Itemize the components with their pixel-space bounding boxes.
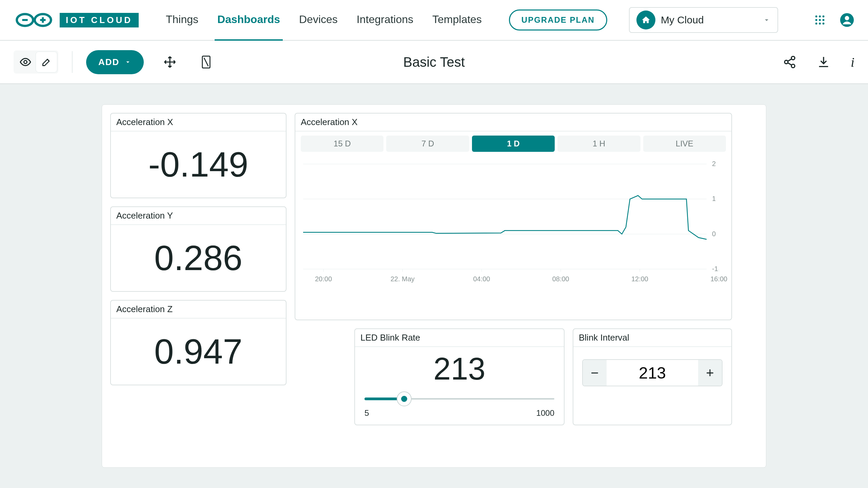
dashboard-toolbar: ADD Basic Test i [0,41,868,84]
space-selector[interactable]: My Cloud [629,7,778,33]
widget-led-blink-rate[interactable]: LED Blink Rate 213 5 1000 [354,328,565,425]
svg-text:1: 1 [712,195,716,202]
range-15d[interactable]: 15 D [301,136,383,152]
chevron-down-icon [124,58,132,66]
product-name: IOT CLOUD [60,13,139,27]
svg-text:08:00: 08:00 [552,275,569,283]
nav-things[interactable]: Things [163,0,201,41]
widget-header: LED Blink Rate [355,329,564,347]
range-7d[interactable]: 7 D [386,136,469,152]
svg-point-18 [791,56,795,60]
stepper-value: 213 [607,360,698,386]
stepper: − 213 + [582,359,723,386]
svg-point-19 [785,60,788,64]
svg-text:2: 2 [712,160,716,167]
svg-text:-1: -1 [712,265,718,272]
share-icon[interactable] [783,55,796,69]
svg-text:16:00: 16:00 [710,275,727,283]
topnav-right [814,13,854,27]
svg-point-12 [819,23,821,25]
add-widget-button[interactable]: ADD [86,50,144,74]
space-label: My Cloud [661,14,704,26]
slider-min: 5 [364,408,369,418]
range-1h[interactable]: 1 H [557,136,640,152]
widget-header: Acceleration Z [111,301,286,319]
apps-grid-icon[interactable] [814,14,826,26]
svg-point-13 [823,23,825,25]
arrange-move-icon[interactable] [163,56,176,68]
svg-text:04:00: 04:00 [473,275,490,283]
edit-mode-button[interactable] [36,52,57,72]
main-nav: Things Dashboards Devices Integrations T… [163,0,485,41]
widget-header: Blink Interval [573,329,731,347]
arduino-logo-icon [14,12,54,28]
svg-rect-4 [42,17,44,23]
topnav: IOT CLOUD Things Dashboards Devices Inte… [0,0,868,41]
upgrade-plan-button[interactable]: UPGRADE PLAN [509,9,607,30]
widget-accel-y[interactable]: Acceleration Y 0.286 [110,206,287,292]
chevron-down-icon [763,16,771,24]
stepper-increment-button[interactable]: + [698,360,722,386]
brand-block: IOT CLOUD [14,12,139,28]
widget-header: Acceleration Y [111,207,286,225]
svg-point-16 [24,61,27,64]
svg-point-5 [815,16,817,18]
mobile-preview-icon[interactable] [201,55,212,69]
download-icon[interactable] [817,55,830,69]
dashboard-title: Basic Test [403,55,465,70]
nav-dashboards[interactable]: Dashboards [215,0,283,41]
svg-point-7 [823,16,825,18]
widget-header: Acceleration X [295,114,731,131]
svg-point-6 [819,16,821,18]
home-icon [636,11,655,29]
svg-text:22. May: 22. May [391,275,415,283]
svg-point-15 [845,16,849,20]
widget-value: -0.149 [111,131,286,198]
slider-max: 1000 [536,408,554,418]
svg-point-8 [815,19,817,21]
range-live[interactable]: LIVE [643,136,726,152]
svg-text:20:00: 20:00 [315,275,332,283]
svg-point-9 [819,19,821,21]
svg-text:12:00: 12:00 [631,275,648,283]
svg-point-11 [815,23,817,25]
widget-value: 0.947 [111,319,286,385]
slider-knob[interactable] [397,391,412,406]
widget-value: 213 [355,347,564,387]
svg-rect-2 [22,19,27,21]
stepper-decrement-button[interactable]: − [583,360,607,386]
chart-range-tabs: 15 D 7 D 1 D 1 H LIVE [295,131,731,152]
account-icon[interactable] [840,13,854,27]
widget-header: Acceleration X [111,114,286,131]
widget-blink-interval[interactable]: Blink Interval − 213 + [573,328,732,425]
dashboard-canvas-wrap: Acceleration X -0.149 Acceleration Y 0.2… [0,84,868,488]
toolbar-actions: i [783,54,854,70]
chart-plot-area: -101220:0022. May04:0008:0012:0016:00 [299,157,727,286]
toolbar-divider [72,51,73,73]
nav-integrations[interactable]: Integrations [354,0,416,41]
slider[interactable]: 5 1000 [355,387,564,425]
range-1d[interactable]: 1 D [472,136,555,152]
widget-accel-z[interactable]: Acceleration Z 0.947 [110,300,287,385]
info-icon[interactable]: i [851,54,854,70]
nav-devices[interactable]: Devices [296,0,340,41]
view-edit-toggle [14,50,58,74]
add-label: ADD [98,57,119,67]
svg-text:0: 0 [712,230,716,238]
nav-templates[interactable]: Templates [430,0,485,41]
dashboard-canvas: Acceleration X -0.149 Acceleration Y 0.2… [102,104,766,468]
view-mode-button[interactable] [15,52,36,72]
widget-chart-accel-x[interactable]: Acceleration X 15 D 7 D 1 D 1 H LIVE -10… [295,113,732,320]
widget-value: 0.286 [111,225,286,291]
slider-track[interactable] [364,398,554,400]
svg-point-10 [823,19,825,21]
widget-accel-x[interactable]: Acceleration X -0.149 [110,113,287,198]
chart-svg: -101220:0022. May04:0008:0012:0016:00 [299,157,727,286]
svg-point-20 [791,64,795,68]
